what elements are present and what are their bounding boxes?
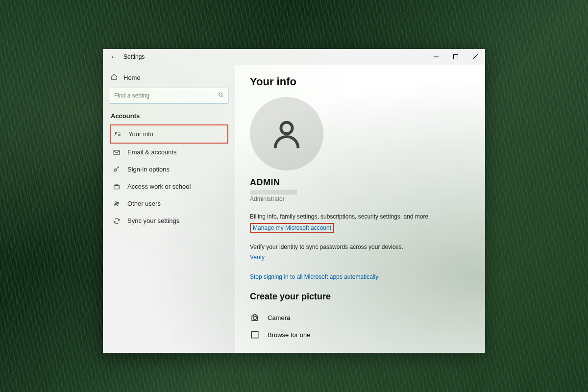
window-title: Settings — [123, 53, 145, 60]
key-icon — [113, 166, 121, 173]
browse-option[interactable]: Browse for one — [250, 326, 470, 343]
svg-point-13 — [115, 201, 117, 203]
sidebar-item-sync-settings[interactable]: Sync your settings — [110, 212, 228, 229]
manage-account-link[interactable]: Manage my Microsoft account — [250, 223, 334, 233]
username: ADMIN — [250, 177, 470, 188]
users-icon — [113, 200, 121, 207]
verify-link[interactable]: Verify — [250, 254, 265, 261]
sidebar-item-email-accounts[interactable]: Email & accounts — [110, 144, 228, 161]
content-pane: Your info ADMIN Administrator Billing in… — [235, 65, 485, 353]
person-card-icon — [114, 131, 122, 138]
svg-rect-12 — [114, 185, 120, 189]
home-icon — [111, 74, 118, 82]
search-icon — [218, 92, 224, 99]
picture-heading: Create your picture — [250, 292, 470, 302]
camera-option[interactable]: Camera — [250, 309, 470, 326]
camera-icon — [250, 313, 260, 322]
sidebar: Home Accounts Your info Email & accou — [103, 65, 235, 353]
camera-label: Camera — [268, 314, 290, 321]
svg-line-5 — [222, 96, 223, 97]
sidebar-item-signin-options[interactable]: Sign-in options — [110, 161, 228, 178]
verify-description: Verify your identity to sync passwords a… — [250, 244, 470, 250]
sidebar-item-label: Sign-in options — [127, 166, 170, 173]
mail-icon — [113, 149, 121, 156]
svg-point-14 — [117, 202, 119, 203]
sidebar-item-access-work-school[interactable]: Access work or school — [110, 178, 228, 195]
sidebar-item-your-info[interactable]: Your info — [110, 124, 228, 144]
close-button[interactable] — [466, 49, 485, 65]
billing-description: Billing info, family settings, subscript… — [250, 213, 470, 220]
sync-icon — [113, 218, 121, 224]
sidebar-item-other-users[interactable]: Other users — [110, 195, 228, 212]
user-role: Administrator — [250, 196, 470, 202]
browse-icon — [250, 330, 260, 339]
sidebar-category: Accounts — [111, 112, 228, 120]
settings-window: ← Settings Home A — [103, 49, 485, 353]
svg-rect-10 — [114, 150, 120, 154]
redacted-email — [250, 190, 297, 195]
sidebar-item-label: Access work or school — [127, 183, 191, 190]
svg-point-16 — [253, 317, 257, 320]
maximize-button[interactable] — [446, 49, 466, 65]
titlebar: ← Settings — [103, 49, 485, 65]
home-label: Home — [123, 74, 141, 81]
home-nav[interactable]: Home — [110, 71, 228, 88]
sidebar-item-label: Your info — [128, 130, 153, 138]
sidebar-item-label: Sync your settings — [127, 217, 179, 224]
svg-rect-17 — [251, 331, 258, 338]
sidebar-item-label: Email & accounts — [127, 148, 176, 156]
svg-point-15 — [281, 122, 292, 134]
svg-point-11 — [114, 169, 117, 171]
svg-point-6 — [115, 132, 117, 134]
avatar — [250, 97, 323, 171]
minimize-button[interactable] — [426, 49, 446, 65]
back-button[interactable]: ← — [108, 53, 120, 61]
sidebar-item-label: Other users — [127, 200, 161, 207]
page-title: Your info — [250, 75, 470, 88]
person-icon — [270, 117, 304, 151]
svg-rect-1 — [454, 55, 458, 59]
stop-signin-link[interactable]: Stop signing in to all Microsoft apps au… — [250, 273, 378, 280]
briefcase-icon — [113, 183, 121, 190]
search-input[interactable] — [114, 92, 218, 99]
svg-point-4 — [219, 93, 222, 96]
browse-label: Browse for one — [268, 331, 310, 339]
search-box[interactable] — [110, 88, 228, 103]
